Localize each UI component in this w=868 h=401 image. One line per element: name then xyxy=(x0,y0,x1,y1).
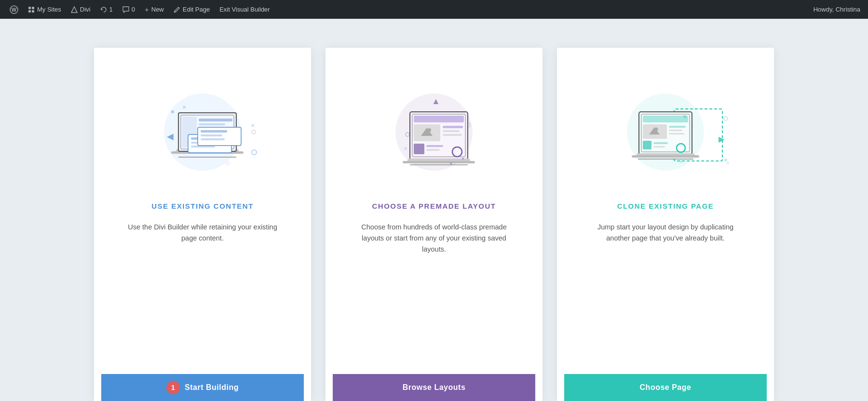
new-plus-icon: + xyxy=(145,5,149,13)
svg-rect-71 xyxy=(669,133,684,134)
divi-item[interactable]: Divi xyxy=(67,0,95,19)
svg-rect-28 xyxy=(201,134,222,136)
card-desc-clone: Jump start your layout design by duplica… xyxy=(588,222,743,244)
illustration-clone-page: ▶ ✕ ✕ xyxy=(603,77,728,183)
svg-rect-44 xyxy=(443,126,463,128)
card-clone-page: ▶ ✕ ✕ xyxy=(557,48,774,401)
exit-vb-item[interactable]: Exit Visual Builder xyxy=(216,0,274,19)
svg-rect-73 xyxy=(653,142,668,144)
svg-rect-4 xyxy=(28,10,31,13)
svg-rect-27 xyxy=(201,130,227,133)
svg-point-54 xyxy=(450,162,452,164)
svg-point-68 xyxy=(655,128,658,131)
card-desc-existing: Use the Divi Builder while retaining you… xyxy=(125,222,280,244)
updates-item[interactable]: 1 xyxy=(96,0,117,19)
choose-page-button[interactable]: Choose Page xyxy=(564,374,767,401)
main-area: ◀ ✕ ✕ ◇ xyxy=(0,19,868,401)
edit-page-label: Edit Page xyxy=(183,6,210,13)
svg-point-30 xyxy=(252,130,256,134)
svg-rect-20 xyxy=(199,123,225,125)
svg-marker-6 xyxy=(71,7,77,13)
cards-container: ◀ ✕ ✕ ◇ xyxy=(87,48,781,401)
comments-label: 0 xyxy=(132,6,135,13)
svg-point-8 xyxy=(171,110,174,113)
new-label: New xyxy=(151,6,164,13)
svg-rect-29 xyxy=(201,138,225,140)
svg-rect-49 xyxy=(426,149,440,151)
svg-text:✕: ✕ xyxy=(404,146,407,151)
my-sites-label: My Sites xyxy=(37,6,61,13)
svg-rect-2 xyxy=(28,7,31,9)
svg-point-79 xyxy=(683,115,686,118)
wp-logo[interactable]: W xyxy=(6,0,22,19)
svg-rect-69 xyxy=(669,126,686,128)
svg-rect-72 xyxy=(643,141,651,149)
svg-rect-70 xyxy=(669,130,682,131)
card-premade-layout: ▲ ✕ ✕ xyxy=(326,48,542,401)
svg-text:◀: ◀ xyxy=(167,132,174,141)
card-button-wrap-existing: 1 Start Building xyxy=(101,374,304,401)
card-title-clone: CLONE EXISTING PAGE xyxy=(617,202,714,210)
start-building-button[interactable]: 1 Start Building xyxy=(101,374,304,401)
choose-page-label: Choose Page xyxy=(640,383,692,392)
divi-label: Divi xyxy=(80,6,91,13)
exit-vb-label: Exit Visual Builder xyxy=(219,6,270,13)
svg-rect-3 xyxy=(32,7,34,9)
svg-text:✕: ✕ xyxy=(679,159,683,164)
greeting: Howdy, Christina xyxy=(814,0,860,19)
svg-rect-52 xyxy=(403,161,475,163)
svg-rect-5 xyxy=(32,10,34,13)
svg-rect-46 xyxy=(443,134,462,136)
svg-text:◇: ◇ xyxy=(226,160,231,166)
svg-text:▲: ▲ xyxy=(432,96,440,106)
svg-rect-65 xyxy=(643,116,688,122)
updates-label: 1 xyxy=(109,6,113,13)
card-existing-content: ◀ ✕ ✕ ◇ xyxy=(94,48,311,401)
svg-text:▶: ▶ xyxy=(719,135,725,143)
step-number: 1 xyxy=(171,384,175,391)
svg-rect-47 xyxy=(414,144,424,154)
svg-text:W: W xyxy=(12,7,17,13)
svg-point-43 xyxy=(427,128,431,132)
my-sites-item[interactable]: My Sites xyxy=(24,0,65,19)
browse-layouts-button[interactable]: Browse Layouts xyxy=(333,374,535,401)
card-desc-premade: Choose from hundreds of world-class prem… xyxy=(357,222,511,255)
greeting-text: Howdy, Christina xyxy=(814,6,860,13)
svg-rect-77 xyxy=(632,155,699,158)
svg-rect-74 xyxy=(653,146,665,147)
svg-point-80 xyxy=(724,159,727,161)
browse-layouts-label: Browse Layouts xyxy=(403,383,466,392)
svg-rect-48 xyxy=(426,145,443,147)
card-button-wrap-clone: Choose Page xyxy=(564,374,767,401)
svg-rect-45 xyxy=(443,130,460,132)
card-button-wrap-premade: Browse Layouts xyxy=(333,374,535,401)
card-title-premade: CHOOSE A PREMADE LAYOUT xyxy=(372,202,496,210)
topbar: W My Sites Divi 1 0 + New Edit Page Exit… xyxy=(0,0,868,19)
svg-rect-40 xyxy=(414,116,464,122)
illustration-existing-content: ◀ ✕ ✕ ◇ xyxy=(140,77,265,183)
svg-point-12 xyxy=(252,150,257,155)
illustration-premade-layout: ▲ ✕ ✕ xyxy=(371,77,497,183)
comments-item[interactable]: 0 xyxy=(119,0,139,19)
svg-point-59 xyxy=(724,117,728,120)
svg-text:✕: ✕ xyxy=(182,105,186,110)
edit-page-item[interactable]: Edit Page xyxy=(170,0,214,19)
step-badge: 1 xyxy=(166,381,180,394)
new-item[interactable]: + New xyxy=(141,0,168,19)
start-building-label: Start Building xyxy=(185,383,239,392)
svg-text:✕: ✕ xyxy=(251,123,255,128)
svg-point-55 xyxy=(462,158,464,160)
card-title-existing: USE EXISTING CONTENT xyxy=(151,202,254,210)
svg-rect-19 xyxy=(199,119,232,121)
